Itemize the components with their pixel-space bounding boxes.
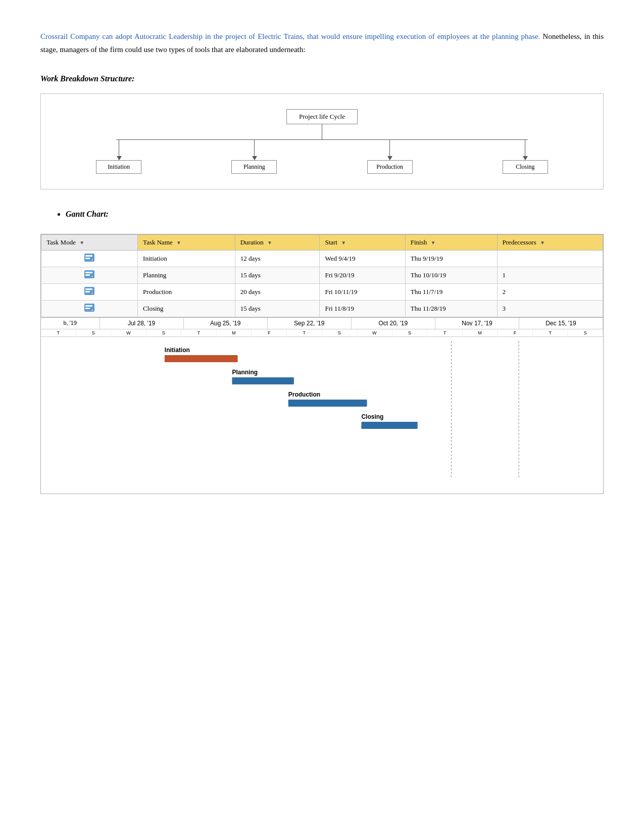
svg-rect-1	[85, 255, 92, 257]
finish-cell-3: Thu 11/7/19	[405, 284, 497, 301]
table-row: Planning 15 days Fri 9/20/19 Thu 10/10/1…	[41, 267, 603, 284]
duration-dropdown-icon[interactable]: ▼	[267, 240, 272, 246]
gantt-day-10: S	[392, 329, 428, 336]
gantt-month-1: Jul 28, '19	[100, 318, 184, 329]
wbs-leaf-closing: Closing	[503, 160, 548, 174]
gantt-month-2: Aug 25, '19	[184, 318, 268, 329]
gantt-month-4: Oct 20, '19	[352, 318, 435, 329]
start-cell-3: Fri 10/11/19	[320, 284, 405, 301]
gantt-bars-svg: Initiation Planning Production Closing	[41, 341, 603, 477]
table-row: Closing 15 days Fri 11/8/19 Thu 11/28/19…	[41, 301, 603, 317]
table-row: Production 20 days Fri 10/11/19 Thu 11/7…	[41, 284, 603, 301]
wbs-child-line-initiation	[119, 140, 119, 160]
gantt-bar-planning	[232, 377, 293, 384]
wbs-leaf-planning: Planning	[231, 160, 277, 174]
gantt-label-initiation: Initiation	[165, 347, 190, 354]
wbs-child-line-closing	[525, 140, 525, 160]
wbs-child-production: Production	[367, 140, 413, 174]
gantt-table: Task Mode ▼ Task Name ▼ Duration ▼ Start…	[41, 234, 603, 317]
svg-rect-10	[85, 291, 90, 292]
wbs-leaf-initiation: Initiation	[96, 160, 141, 174]
gantt-heading-section: Gantt Chart:	[40, 210, 604, 219]
th-task-mode[interactable]: Task Mode ▼	[41, 235, 138, 251]
gantt-bar-closing	[361, 422, 417, 429]
gantt-bar-production	[288, 400, 367, 407]
gantt-month-3: Sep 22, '19	[268, 318, 352, 329]
gantt-month-6: Dec 15, '19	[519, 318, 603, 329]
task-mode-cell-1	[41, 251, 138, 267]
wbs-child-line-production	[389, 140, 390, 160]
gantt-table-wrapper: Task Mode ▼ Task Name ▼ Duration ▼ Start…	[40, 234, 604, 318]
wbs-diagram: Project life Cycle Initiation Planning P…	[40, 93, 604, 189]
th-duration[interactable]: Duration ▼	[235, 235, 320, 251]
task-name-cell-2: Planning	[138, 267, 235, 284]
gantt-day-6: F	[252, 329, 287, 336]
predecessors-dropdown-icon[interactable]: ▼	[540, 240, 545, 246]
task-mode-icon-1	[84, 253, 95, 263]
svg-rect-2	[85, 258, 90, 259]
intro-paragraph: Crossrail Company can adopt Autocratic L…	[40, 30, 604, 56]
task-mode-cell-3	[41, 284, 138, 301]
gantt-day-15: S	[568, 329, 603, 336]
wbs-heading: Work Breakdown Structure:	[40, 74, 604, 83]
finish-cell-2: Thu 10/10/19	[405, 267, 497, 284]
th-predecessors[interactable]: Predecessors ▼	[497, 235, 603, 251]
gantt-days-row: T S W S T M F T S W S T M F T S	[41, 329, 603, 337]
gantt-day-2: W	[111, 329, 146, 336]
gantt-bars-area: Initiation Planning Production Closing	[41, 337, 603, 483]
gantt-day-0: T	[41, 329, 76, 336]
duration-cell-4: 15 days	[235, 301, 320, 317]
start-cell-1: Wed 9/4/19	[320, 251, 405, 267]
gantt-day-9: W	[357, 329, 392, 336]
start-dropdown-icon[interactable]: ▼	[341, 240, 346, 246]
wbs-root-box: Project life Cycle	[286, 109, 358, 124]
finish-dropdown-icon[interactable]: ▼	[431, 240, 436, 246]
wbs-h-line	[116, 139, 528, 140]
svg-rect-5	[85, 272, 92, 273]
task-mode-dropdown-icon[interactable]: ▼	[79, 240, 84, 246]
start-cell-2: Fri 9/20/19	[320, 267, 405, 284]
task-mode-cell-2	[41, 267, 138, 284]
gantt-day-12: M	[463, 329, 498, 336]
gantt-label-production: Production	[288, 391, 320, 398]
svg-rect-13	[85, 305, 92, 307]
svg-rect-9	[85, 288, 92, 290]
th-finish[interactable]: Finish ▼	[405, 235, 497, 251]
wbs-child-line-planning	[254, 140, 255, 160]
th-task-name[interactable]: Task Name ▼	[138, 235, 235, 251]
gantt-bar-initiation	[165, 355, 238, 362]
task-name-cell-1: Initiation	[138, 251, 235, 267]
gantt-day-3: S	[146, 329, 182, 336]
duration-cell-3: 20 days	[235, 284, 320, 301]
finish-cell-4: Thu 11/28/19	[405, 301, 497, 317]
gantt-month-header: b, '19 Jul 28, '19 Aug 25, '19 Sep 22, '…	[41, 318, 603, 329]
duration-cell-2: 15 days	[235, 267, 320, 284]
wbs-children: Initiation Planning Production Closing	[51, 140, 593, 174]
intro-blue-1: Crossrail Company can adopt Autocratic L…	[40, 32, 540, 40]
task-mode-icon-2	[84, 269, 95, 279]
gantt-day-14: T	[533, 329, 568, 336]
gantt-visual: b, '19 Jul 28, '19 Aug 25, '19 Sep 22, '…	[40, 318, 604, 494]
gantt-label-planning: Planning	[232, 369, 258, 376]
task-name-cell-3: Production	[138, 284, 235, 301]
gantt-day-1: S	[76, 329, 112, 336]
gantt-month-5: Nov 17, '19	[435, 318, 519, 329]
finish-cell-1: Thu 9/19/19	[405, 251, 497, 267]
predecessors-cell-3: 2	[497, 284, 603, 301]
wbs-leaf-production: Production	[367, 160, 413, 174]
start-cell-4: Fri 11/8/19	[320, 301, 405, 317]
gantt-day-7: T	[287, 329, 322, 336]
svg-rect-14	[85, 308, 90, 309]
gantt-day-8: S	[322, 329, 358, 336]
table-row: Initiation 12 days Wed 9/4/19 Thu 9/19/1…	[41, 251, 603, 267]
wbs-child-initiation: Initiation	[96, 140, 141, 174]
th-start[interactable]: Start ▼	[320, 235, 405, 251]
gantt-day-4: T	[181, 329, 217, 336]
predecessors-cell-4: 3	[497, 301, 603, 317]
task-name-dropdown-icon[interactable]: ▼	[176, 240, 181, 246]
gantt-day-5: M	[217, 329, 252, 336]
task-mode-icon-3	[84, 286, 95, 296]
gantt-day-11: T	[427, 329, 463, 336]
task-mode-cell-4	[41, 301, 138, 317]
gantt-heading-item: Gantt Chart:	[66, 210, 604, 219]
